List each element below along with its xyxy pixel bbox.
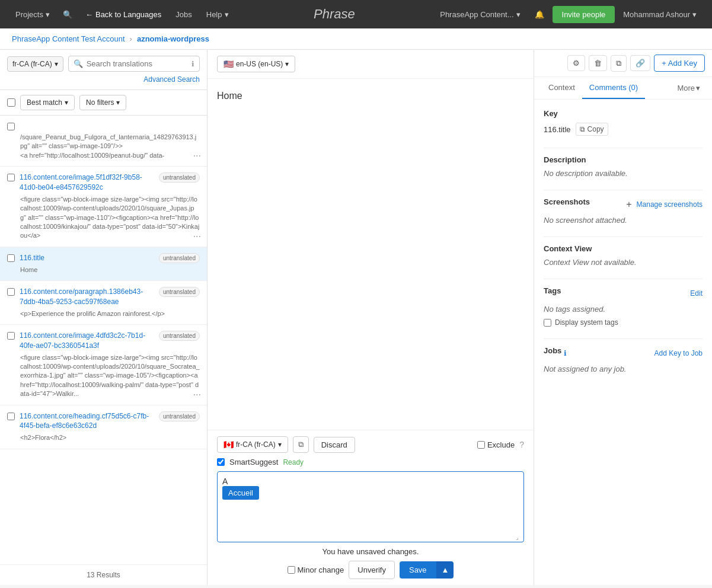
copy-key-button[interactable]: ⧉ Copy bbox=[576, 123, 608, 136]
search-input[interactable] bbox=[87, 59, 188, 68]
source-lang-dropdown[interactable]: 🇺🇸 en-US (en-US) ▾ bbox=[217, 56, 295, 72]
back-to-languages-button[interactable]: ← Back to Languages bbox=[79, 7, 167, 23]
us-flag-icon: 🇺🇸 bbox=[224, 59, 234, 69]
minor-change-checkbox[interactable] bbox=[288, 566, 295, 574]
list-item-content: <p>Experience the prolific Amazon rainfo… bbox=[20, 309, 200, 318]
manage-screenshots-button[interactable]: Manage screenshots bbox=[637, 200, 703, 209]
duplicate-button[interactable]: ⧉ bbox=[611, 55, 627, 72]
item-checkbox[interactable] bbox=[7, 288, 15, 296]
unverify-button[interactable]: Unverify bbox=[349, 561, 395, 579]
advanced-search-link[interactable]: Advanced Search bbox=[7, 75, 200, 84]
breadcrumb-account-link[interactable]: PhraseApp Content Test Account bbox=[12, 34, 125, 43]
list-item-key-link[interactable]: 116.content.core/image.4dfd3c2c-7b1d-40f… bbox=[20, 331, 145, 350]
item-checkbox[interactable] bbox=[7, 174, 15, 181]
display-system-tags-row: Display system tags bbox=[544, 318, 703, 327]
translation-textarea-wrap[interactable]: A Accueil ⌟ bbox=[217, 471, 524, 542]
smart-suggest-checkbox[interactable] bbox=[217, 458, 225, 466]
help-icon[interactable]: ? bbox=[519, 440, 524, 449]
key-section: Key 116.title ⧉ Copy bbox=[544, 109, 703, 136]
list-item[interactable]: 116.title untranslated Home bbox=[0, 247, 207, 281]
brand-logo: Phrase bbox=[237, 7, 432, 22]
item-checkbox[interactable] bbox=[7, 254, 15, 262]
search-info-icon[interactable]: ℹ bbox=[191, 60, 194, 68]
display-system-tags-checkbox[interactable] bbox=[544, 319, 551, 327]
item-checkbox[interactable] bbox=[7, 123, 15, 130]
gear-icon: ⚙ bbox=[573, 59, 580, 68]
list-item-key-link[interactable]: 116.content.core/image.5f1df32f-9b58-41d… bbox=[20, 173, 142, 191]
discard-button[interactable]: Discard bbox=[314, 437, 355, 453]
save-button[interactable]: Save bbox=[400, 561, 436, 579]
breadcrumb-project[interactable]: aznomia-wordpress bbox=[137, 34, 209, 43]
list-item-key-link[interactable]: 116.content.core/paragraph.1386eb43-7ddb… bbox=[20, 287, 143, 306]
screenshots-section: Screenshots + Manage screenshots No scre… bbox=[544, 197, 703, 225]
list-item-key: 116.content.core/image.5f1df32f-9b58-41d… bbox=[20, 172, 154, 193]
source-locale-dropdown[interactable]: fr-CA (fr-CA) ▾ bbox=[7, 56, 63, 72]
list-item-key: 116.content.core/image.4dfd3c2c-7b1d-40f… bbox=[20, 331, 154, 351]
tags-section: Tags Edit No tags assigned. Display syst… bbox=[544, 286, 703, 327]
list-item[interactable]: /square_Peanut_bug_Fulgora_cf_lanternari… bbox=[0, 116, 207, 167]
exclude-checkbox[interactable] bbox=[477, 441, 485, 449]
jobs-link[interactable]: Jobs bbox=[170, 7, 197, 23]
smart-suggest-label: SmartSuggest bbox=[229, 458, 278, 466]
list-item[interactable]: 116.content.core/image.4dfd3c2c-7b1d-40f… bbox=[0, 325, 207, 405]
translation-input[interactable]: A Accueil bbox=[222, 477, 519, 536]
target-lang-dropdown[interactable]: 🇨🇦 fr-CA (fr-CA) ▾ bbox=[217, 436, 288, 453]
help-menu[interactable]: Help ▾ bbox=[200, 7, 235, 23]
settings-button[interactable]: ⚙ bbox=[567, 55, 585, 71]
list-item-key-link[interactable]: 116.title bbox=[20, 254, 44, 262]
jobs-info-icon[interactable]: ℹ bbox=[564, 349, 567, 357]
screenshots-title: Screenshots bbox=[544, 197, 590, 206]
workspace-switcher[interactable]: PhraseApp Content... ▾ bbox=[434, 7, 526, 23]
item-more-button[interactable]: ··· bbox=[193, 231, 201, 242]
link-button[interactable]: 🔗 bbox=[630, 55, 650, 71]
item-checkbox[interactable] bbox=[7, 413, 15, 420]
filter-chevron-icon: ▾ bbox=[116, 98, 120, 107]
resize-handle-icon[interactable]: ⌟ bbox=[516, 534, 522, 540]
list-item[interactable]: 116.content.core/heading.cf75d5c6-c7fb-4… bbox=[0, 405, 207, 449]
search-row: fr-CA (fr-CA) ▾ 🔍 ℹ bbox=[7, 56, 200, 72]
add-key-button[interactable]: + Add Key bbox=[654, 55, 705, 72]
select-all-checkbox[interactable] bbox=[7, 98, 15, 107]
notifications-icon[interactable]: 🔔 bbox=[529, 7, 550, 23]
suggestion-popup[interactable]: Accueil bbox=[222, 486, 259, 500]
list-item[interactable]: 116.content.core/paragraph.1386eb43-7ddb… bbox=[0, 281, 207, 325]
editor-toolbar: 🇨🇦 fr-CA (fr-CA) ▾ ⧉ Discard Exclude ? bbox=[217, 436, 524, 453]
list-item-key-link[interactable]: 116.content.core/heading.cf75d5c6-c7fb-4… bbox=[20, 412, 149, 430]
tags-header: Tags Edit bbox=[544, 286, 703, 300]
invite-people-button[interactable]: Invite people bbox=[553, 6, 615, 23]
exclude-label[interactable]: Exclude bbox=[477, 440, 515, 449]
filter-dropdown[interactable]: No filters ▾ bbox=[79, 95, 126, 110]
main-layout: fr-CA (fr-CA) ▾ 🔍 ℹ Advanced Search Best… bbox=[0, 50, 712, 585]
copy-small-icon: ⧉ bbox=[580, 125, 585, 133]
item-more-button[interactable]: ··· bbox=[193, 389, 201, 400]
link-icon: 🔗 bbox=[636, 59, 645, 68]
add-key-to-job-button[interactable]: Add Key to Job bbox=[654, 349, 703, 357]
projects-menu[interactable]: Projects ▾ bbox=[9, 7, 56, 23]
description-section: Description No description available. bbox=[544, 155, 703, 178]
list-item-header: 116.title untranslated bbox=[7, 253, 200, 263]
save-chevron-icon: ▲ bbox=[442, 565, 449, 574]
global-search-icon[interactable]: 🔍 bbox=[58, 7, 77, 23]
item-more-button[interactable]: ··· bbox=[193, 151, 201, 161]
list-item[interactable]: 116.content.core/image.5f1df32f-9b58-41d… bbox=[0, 167, 207, 247]
list-item-header: 116.content.core/image.5f1df32f-9b58-41d… bbox=[7, 172, 200, 193]
delete-button[interactable]: 🗑 bbox=[589, 55, 607, 71]
more-chevron-icon: ▾ bbox=[696, 84, 700, 92]
user-menu[interactable]: Mohammad Ashour ▾ bbox=[617, 7, 703, 23]
list-item-content: /square_Peanut_bug_Fulgora_cf_lanternari… bbox=[20, 133, 200, 160]
description-value: No description available. bbox=[544, 169, 703, 178]
sort-dropdown[interactable]: Best match ▾ bbox=[20, 95, 75, 110]
copy-source-button[interactable]: ⧉ bbox=[293, 436, 309, 453]
search-icon: 🔍 bbox=[74, 59, 83, 68]
add-screenshot-button[interactable]: + bbox=[626, 199, 631, 210]
tab-more[interactable]: More ▾ bbox=[672, 77, 705, 99]
save-dropdown-button[interactable]: ▲ bbox=[436, 561, 454, 579]
tags-title: Tags bbox=[544, 286, 561, 295]
tags-value: No tags assigned. bbox=[544, 305, 703, 314]
edit-tags-button[interactable]: Edit bbox=[690, 289, 703, 298]
item-checkbox[interactable] bbox=[7, 332, 15, 340]
minor-change-label[interactable]: Minor change bbox=[288, 565, 344, 574]
screenshots-header: Screenshots + Manage screenshots bbox=[544, 197, 703, 211]
tab-context[interactable]: Context bbox=[541, 77, 582, 99]
tab-comments[interactable]: Comments (0) bbox=[582, 77, 645, 99]
